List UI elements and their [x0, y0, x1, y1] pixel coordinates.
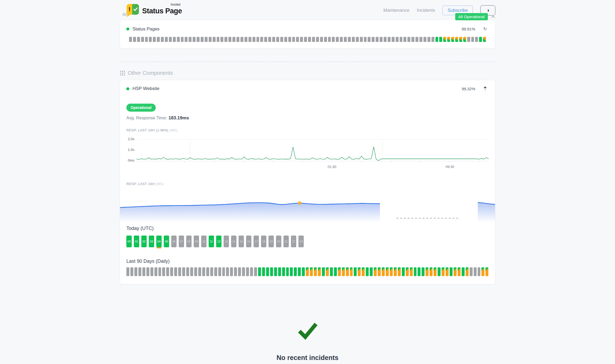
uptime-bar-operational[interactable]	[274, 267, 277, 276]
uptime-bar-nodata[interactable]	[158, 267, 161, 276]
uptime-bar-nodata[interactable]	[332, 37, 335, 42]
uptime-bar-degraded[interactable]	[434, 267, 437, 276]
uptime-bar-nodata[interactable]	[142, 267, 145, 276]
logo[interactable]: ! hosted Status Page	[127, 3, 182, 15]
component-row[interactable]: Status Pages 99.91% ↻	[126, 26, 489, 32]
uptime-bar-nodata[interactable]	[478, 267, 481, 276]
uptime-bar-degraded[interactable]	[314, 267, 317, 276]
uptime-bar-nodata[interactable]	[336, 37, 339, 42]
hour-cell-06[interactable]: 06	[171, 236, 177, 247]
uptime-bar-nodata[interactable]	[193, 37, 196, 42]
uptime-bar-degraded[interactable]	[346, 267, 349, 276]
uptime-bar-nodata[interactable]	[328, 37, 331, 42]
uptime-bar-nodata[interactable]	[248, 37, 251, 42]
uptime-bar-degraded[interactable]	[386, 267, 389, 276]
uptime-bar-degraded[interactable]	[362, 267, 365, 276]
uptime-bar-operational[interactable]	[450, 267, 453, 276]
uptime-bar-nodata[interactable]	[149, 37, 152, 42]
component-row[interactable]: HSP Website 99.32%	[126, 86, 489, 91]
uptime-bar-nodata[interactable]	[190, 267, 193, 276]
refresh-icon[interactable]: ↻	[482, 26, 489, 32]
hour-cell-22[interactable]: 22	[291, 236, 296, 247]
uptime-bar-operational[interactable]	[435, 37, 438, 42]
uptime-bar-nodata[interactable]	[165, 37, 168, 42]
uptime-bar-nodata[interactable]	[300, 37, 303, 42]
uptime-bar-nodata[interactable]	[384, 37, 387, 42]
uptime-bar-degraded[interactable]	[451, 37, 454, 42]
hour-cell-15[interactable]: 15	[239, 236, 244, 247]
uptime-bar-nodata[interactable]	[272, 37, 275, 42]
hour-cell-19[interactable]: 19	[268, 236, 274, 247]
uptime-bar-nodata[interactable]	[415, 37, 418, 42]
uptime-bar-nodata[interactable]	[250, 267, 253, 276]
uptime-bar-nodata[interactable]	[407, 37, 410, 42]
uptime-bar-nodata[interactable]	[244, 37, 247, 42]
uptime-bar-nodata[interactable]	[138, 267, 141, 276]
uptime-bar-degraded[interactable]	[459, 37, 462, 42]
uptime-bar-nodata[interactable]	[137, 37, 140, 42]
uptime-bar-nodata[interactable]	[146, 267, 149, 276]
uptime-bar-degraded[interactable]	[442, 267, 445, 276]
uptime-bar-operational[interactable]	[258, 267, 261, 276]
hour-cell-08[interactable]: 08	[186, 236, 192, 247]
uptime-bar-nodata[interactable]	[154, 267, 157, 276]
uptime-bar-operational[interactable]	[302, 267, 305, 276]
uptime-bar-nodata[interactable]	[150, 267, 153, 276]
hour-cell-03[interactable]: 03	[149, 236, 154, 247]
hour-cell-02[interactable]: 02	[141, 236, 147, 247]
uptime-bar-nodata[interactable]	[471, 37, 474, 42]
uptime-bar-operational[interactable]	[290, 267, 293, 276]
uptime-bar-degraded[interactable]	[447, 37, 450, 42]
uptime-bar-nodata[interactable]	[348, 37, 351, 42]
uptime-bar-degraded[interactable]	[390, 267, 393, 276]
uptime-bar-operational[interactable]	[479, 37, 482, 42]
uptime-bar-nodata[interactable]	[316, 37, 319, 42]
uptime-bar-nodata[interactable]	[308, 37, 311, 42]
uptime-bar-nodata[interactable]	[194, 267, 197, 276]
uptime-bar-nodata[interactable]	[234, 267, 237, 276]
uptime-bar-nodata[interactable]	[217, 37, 220, 42]
uptime-bar-operational[interactable]	[462, 267, 465, 276]
uptime-bar-nodata[interactable]	[181, 37, 184, 42]
uptime-bar-operational[interactable]	[418, 267, 421, 276]
uptime-bar-nodata[interactable]	[169, 37, 172, 42]
hour-cell-09[interactable]: 09	[194, 236, 199, 247]
uptime-bar-nodata[interactable]	[205, 37, 208, 42]
uptime-bar-degraded[interactable]	[458, 267, 461, 276]
uptime-bar-nodata[interactable]	[202, 267, 205, 276]
uptime-bar-degraded[interactable]	[446, 267, 449, 276]
hour-cell-07[interactable]: 07	[179, 236, 184, 247]
uptime-bar-degraded[interactable]	[310, 267, 313, 276]
uptime-bar-nodata[interactable]	[320, 37, 323, 42]
uptime-bar-nodata[interactable]	[218, 267, 221, 276]
uptime-bar-nodata[interactable]	[178, 267, 181, 276]
uptime-bar-nodata[interactable]	[198, 267, 201, 276]
uptime-bar-operational[interactable]	[294, 267, 297, 276]
hour-cell-14[interactable]: 14	[231, 236, 236, 247]
uptime-bar-nodata[interactable]	[467, 37, 470, 42]
uptime-bar-nodata[interactable]	[173, 37, 176, 42]
uptime-bar-nodata[interactable]	[356, 37, 359, 42]
uptime-bar-nodata[interactable]	[134, 267, 137, 276]
uptime-bar-nodata[interactable]	[280, 37, 283, 42]
uptime-bar-nodata[interactable]	[392, 37, 395, 42]
uptime-bar-nodata[interactable]	[228, 37, 231, 42]
uptime-bar-nodata[interactable]	[364, 37, 367, 42]
uptime-bar-nodata[interactable]	[368, 37, 371, 42]
uptime-bar-operational[interactable]	[278, 267, 281, 276]
uptime-bar-nodata[interactable]	[224, 37, 227, 42]
uptime-bar-degraded[interactable]	[485, 267, 488, 276]
uptime-bar-nodata[interactable]	[177, 37, 180, 42]
uptime-bar-degraded[interactable]	[378, 267, 381, 276]
uptime-bar-nodata[interactable]	[210, 267, 213, 276]
uptime-bar-nodata[interactable]	[403, 37, 406, 42]
uptime-bar-degraded[interactable]	[430, 267, 433, 276]
uptime-bar-degraded[interactable]	[406, 267, 409, 276]
uptime-bar-nodata[interactable]	[145, 37, 148, 42]
response-time-chart-avg[interactable]	[126, 191, 489, 224]
uptime-bar-nodata[interactable]	[252, 37, 255, 42]
uptime-bar-nodata[interactable]	[324, 37, 327, 42]
uptime-strip[interactable]	[126, 37, 489, 42]
uptime-bar-operational[interactable]	[414, 267, 417, 276]
uptime-bar-nodata[interactable]	[213, 37, 216, 42]
